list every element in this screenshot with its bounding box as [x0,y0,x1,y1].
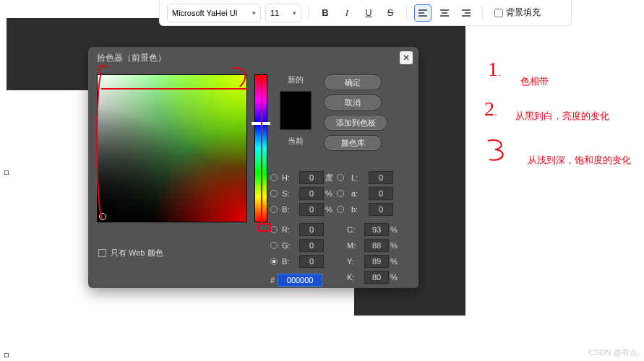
unit-m: % [390,241,400,250]
label-r: R: [282,225,298,234]
unit-bv: % [325,205,335,214]
label-b: b: [351,205,367,214]
radio-s[interactable] [270,190,278,197]
hex-prefix: # [270,276,275,284]
current-color-label: 当前 [288,136,304,147]
label-l: L: [351,173,367,182]
separator [309,6,309,20]
hex-row: # 000000 [270,274,322,287]
radio-l[interactable] [337,174,344,181]
input-a[interactable]: 0 [369,187,393,200]
unit-k: % [390,273,400,282]
separator [406,6,407,20]
color-swatch-pair [280,91,312,130]
label-y: Y: [347,257,363,266]
bg-fill-label: 背景填充 [506,6,541,19]
color-library-button[interactable]: 颜色库 [324,135,382,151]
align-center-icon [439,9,450,17]
input-m[interactable]: 88 [364,239,389,252]
label-bb: B: [282,257,298,266]
align-right-button[interactable] [458,4,475,22]
input-b[interactable]: 0 [369,203,393,216]
radio-bb[interactable] [270,258,278,265]
unit-h: 度 [325,173,335,183]
hue-slider[interactable] [254,74,267,222]
font-size-select[interactable]: 11 ▾ [265,4,301,22]
bg-fill-input[interactable] [494,9,503,17]
font-family-value: Microsoft YaHei UI [172,9,238,17]
annotation-number-1: 1. [488,58,501,81]
saturation-brightness-field[interactable] [97,74,247,222]
new-color-swatch [280,92,311,110]
ok-button[interactable]: 确定 [324,74,382,90]
hue-slider-handle[interactable] [252,122,270,125]
separator [482,6,483,20]
bg-fill-checkbox[interactable]: 背景填充 [494,6,541,19]
unit-s: % [325,189,335,198]
color-picker-cursor[interactable] [99,213,106,220]
font-family-select[interactable]: Microsoft YaHei UI ▾ [167,4,261,22]
selection-handle[interactable] [4,353,9,357]
checkbox-icon [98,249,106,257]
label-h: H: [282,173,298,182]
bold-button[interactable]: B [317,4,334,22]
label-m: M: [347,241,363,250]
dialog-title: 拾色器（前景色） [97,52,166,64]
hex-input[interactable]: 000000 [278,274,322,287]
align-left-button[interactable] [414,4,432,22]
input-c[interactable]: 93 [364,223,389,236]
strike-button[interactable]: S [382,4,399,22]
input-y[interactable]: 89 [364,255,389,268]
font-size-value: 11 [270,9,279,17]
input-bv[interactable]: 0 [299,203,324,216]
input-bb[interactable]: 0 [299,255,324,268]
chevron-down-icon: ▾ [293,9,296,17]
align-center-button[interactable] [436,4,453,22]
radio-a[interactable] [337,190,344,197]
chevron-down-icon: ▾ [252,9,256,17]
label-a: a: [351,189,367,198]
current-color-swatch [280,110,311,129]
label-s: S: [282,189,298,198]
unit-c: % [390,225,400,234]
input-h[interactable]: 0 [299,171,324,184]
radio-b[interactable] [337,206,344,213]
radio-bv[interactable] [270,206,278,213]
input-k[interactable]: 80 [364,271,389,284]
formatting-toolbar: Microsoft YaHei UI ▾ 11 ▾ B I U S 背景填充 [159,0,572,26]
align-left-icon [418,9,428,17]
close-button[interactable]: ✕ [400,51,413,64]
web-only-checkbox[interactable]: 只有 Web 颜色 [98,248,163,258]
italic-button[interactable]: I [338,4,356,22]
annotation-text-2: 从黑到白，亮度的变化 [515,110,609,123]
label-g: G: [282,241,298,250]
radio-g[interactable] [270,242,278,249]
watermark: CSDN @有点. [589,347,640,358]
annotation-text-1: 色相带 [520,75,549,88]
dialog-titlebar[interactable]: 拾色器（前景色） ✕ [88,47,418,69]
input-r[interactable]: 0 [299,223,324,236]
cancel-button[interactable]: 取消 [324,95,382,110]
annotation-number-3 [481,134,517,166]
label-k: K: [347,273,363,282]
align-right-icon [461,9,471,17]
label-bv: B: [282,205,298,214]
input-s[interactable]: 0 [299,187,324,200]
color-picker-dialog: 拾色器（前景色） ✕ 新的 当前 确定 [88,47,418,288]
close-icon: ✕ [403,53,410,63]
field-gradient [98,75,246,222]
annotation-text-3: 从浅到深，饱和度的变化 [528,154,631,167]
input-l[interactable]: 0 [369,171,393,184]
selection-handle[interactable] [4,170,9,175]
radio-h[interactable] [270,174,278,181]
underline-button[interactable]: U [360,4,377,22]
unit-y: % [390,257,400,266]
add-to-swatches-button[interactable]: 添加到色板 [324,115,387,131]
web-only-label: 只有 Web 颜色 [111,248,163,258]
radio-r[interactable] [270,226,278,233]
new-color-label: 新的 [288,74,304,85]
input-g[interactable]: 0 [299,239,324,252]
annotation-number-2: 2. [484,97,497,121]
label-c: C: [347,225,363,234]
